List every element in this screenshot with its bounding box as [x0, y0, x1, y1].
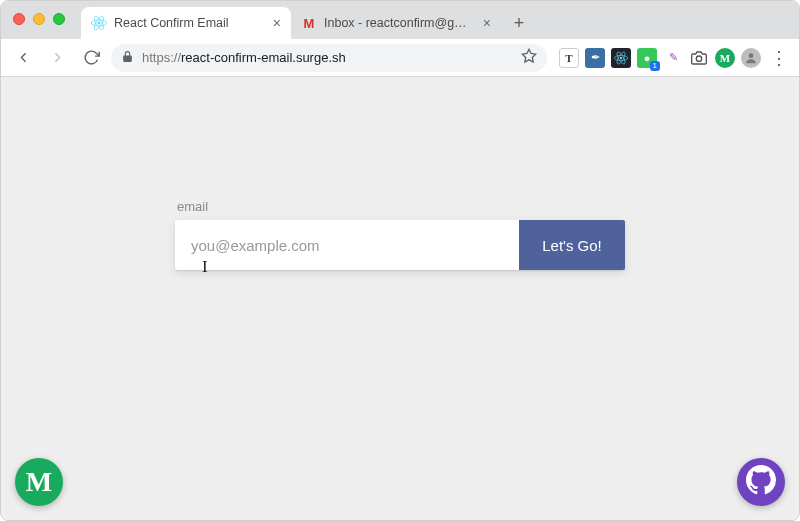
react-icon	[91, 15, 107, 31]
new-tab-button[interactable]: +	[505, 9, 533, 37]
reload-button[interactable]	[77, 44, 105, 72]
titlebar: React Confirm Email × M Inbox - reactcon…	[1, 1, 799, 39]
tab-strip: React Confirm Email × M Inbox - reactcon…	[81, 1, 533, 39]
ext-t[interactable]: T	[559, 48, 579, 68]
medium-icon: M	[26, 466, 52, 498]
email-input[interactable]	[175, 220, 519, 270]
tab-label: Inbox - reactconfirm@gmail.co	[324, 16, 476, 30]
gmail-icon: M	[301, 15, 317, 31]
email-label: email	[175, 199, 625, 214]
lock-icon	[121, 50, 134, 66]
signup-form: email Let's Go!	[175, 199, 625, 270]
bookmark-star-icon[interactable]	[521, 48, 537, 67]
ext-feather[interactable]: ✎	[663, 48, 683, 68]
window-minimize-button[interactable]	[33, 13, 45, 25]
svg-point-9	[696, 56, 701, 61]
svg-point-5	[620, 56, 622, 58]
window-close-button[interactable]	[13, 13, 25, 25]
ext-m[interactable]: M	[715, 48, 735, 68]
browser-menu-button[interactable]: ⋮	[767, 47, 791, 69]
url-rest: react-confirm-email.surge.sh	[181, 50, 346, 65]
page-viewport: email Let's Go! I M	[1, 77, 799, 520]
url-scheme: https://	[142, 50, 181, 65]
ext-record[interactable]: ●	[637, 48, 657, 68]
tab-close-icon[interactable]: ×	[273, 16, 281, 30]
url-text: https://react-confirm-email.surge.sh	[142, 50, 513, 65]
tab-close-icon[interactable]: ×	[483, 16, 491, 30]
github-badge[interactable]	[737, 458, 785, 506]
ext-pen[interactable]: ✒	[585, 48, 605, 68]
forward-button[interactable]	[43, 44, 71, 72]
github-icon	[746, 465, 776, 499]
extensions-row: T ✒ ● ✎ M	[559, 48, 761, 68]
svg-point-10	[749, 53, 754, 58]
browser-window: React Confirm Email × M Inbox - reactcon…	[0, 0, 800, 521]
input-row: Let's Go!	[175, 220, 625, 270]
toolbar: https://react-confirm-email.surge.sh T ✒…	[1, 39, 799, 77]
tab-label: React Confirm Email	[114, 16, 266, 30]
address-bar[interactable]: https://react-confirm-email.surge.sh	[111, 44, 547, 72]
window-controls	[13, 13, 65, 25]
back-button[interactable]	[9, 44, 37, 72]
submit-button[interactable]: Let's Go!	[519, 220, 625, 270]
ext-camera[interactable]	[689, 48, 709, 68]
tab-react-confirm-email[interactable]: React Confirm Email ×	[81, 7, 291, 39]
ext-react-devtools[interactable]	[611, 48, 631, 68]
profile-avatar[interactable]	[741, 48, 761, 68]
tab-gmail-inbox[interactable]: M Inbox - reactconfirm@gmail.co ×	[291, 7, 501, 39]
svg-point-0	[98, 22, 101, 25]
svg-marker-4	[522, 49, 535, 62]
window-maximize-button[interactable]	[53, 13, 65, 25]
medium-badge[interactable]: M	[15, 458, 63, 506]
